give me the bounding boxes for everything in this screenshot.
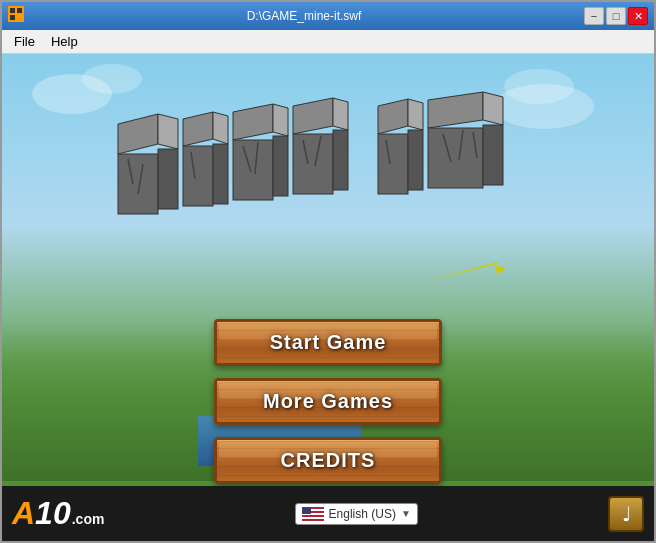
svg-rect-8 bbox=[158, 149, 178, 209]
svg-rect-24 bbox=[293, 134, 333, 194]
window-title: D:\GAME_mine-it.swf bbox=[24, 9, 584, 23]
svg-marker-34 bbox=[483, 92, 503, 125]
svg-marker-28 bbox=[378, 99, 408, 134]
close-button[interactable]: ✕ bbox=[628, 7, 648, 25]
music-button[interactable]: ♩ bbox=[608, 496, 644, 532]
help-menu[interactable]: Help bbox=[43, 32, 86, 51]
cursor-arrow bbox=[495, 263, 507, 275]
a10-logo[interactable]: A 10 .com bbox=[12, 495, 104, 532]
menu-bar: File Help bbox=[2, 30, 654, 54]
minimize-button[interactable]: − bbox=[584, 7, 604, 25]
svg-marker-29 bbox=[408, 99, 423, 130]
svg-rect-25 bbox=[333, 130, 348, 190]
maximize-button[interactable]: □ bbox=[606, 7, 626, 25]
svg-marker-22 bbox=[293, 98, 333, 134]
music-note-icon: ♩ bbox=[622, 502, 631, 526]
game-title-container bbox=[103, 84, 553, 234]
svg-rect-36 bbox=[483, 125, 503, 185]
svg-marker-33 bbox=[428, 92, 483, 128]
svg-rect-35 bbox=[428, 128, 483, 188]
credits-button[interactable]: CREDITS bbox=[214, 437, 442, 484]
dropdown-arrow-icon: ▼ bbox=[401, 508, 411, 519]
file-menu[interactable]: File bbox=[6, 32, 43, 51]
game-area: Start Game More Games CREDITS Add To You… bbox=[2, 54, 654, 541]
svg-marker-16 bbox=[233, 104, 273, 140]
svg-marker-17 bbox=[273, 104, 288, 136]
svg-rect-19 bbox=[273, 136, 288, 196]
svg-rect-14 bbox=[213, 144, 228, 204]
window-controls: − □ ✕ bbox=[584, 7, 648, 25]
flag-icon bbox=[302, 507, 324, 521]
flag-canton bbox=[302, 507, 311, 514]
start-game-button[interactable]: Start Game bbox=[214, 319, 442, 366]
svg-rect-30 bbox=[378, 134, 408, 194]
app-icon bbox=[8, 6, 24, 26]
svg-marker-5 bbox=[118, 114, 158, 154]
logo-10: 10 bbox=[35, 495, 71, 532]
svg-marker-11 bbox=[183, 112, 213, 146]
svg-marker-23 bbox=[333, 98, 348, 130]
svg-rect-7 bbox=[118, 154, 158, 214]
svg-rect-3 bbox=[10, 15, 15, 20]
title-bar-left bbox=[8, 6, 24, 26]
game-title-svg bbox=[103, 84, 553, 234]
more-games-button[interactable]: More Games bbox=[214, 378, 442, 425]
svg-rect-1 bbox=[10, 8, 15, 13]
svg-rect-18 bbox=[233, 140, 273, 200]
language-label: English (US) bbox=[329, 507, 396, 521]
logo-a: A bbox=[12, 495, 35, 532]
logo-dotcom: .com bbox=[72, 511, 105, 527]
svg-rect-4 bbox=[17, 15, 22, 20]
title-bar: D:\GAME_mine-it.swf − □ ✕ bbox=[2, 2, 654, 30]
cursor-line bbox=[420, 262, 498, 285]
language-selector[interactable]: English (US) ▼ bbox=[295, 503, 418, 525]
svg-marker-6 bbox=[158, 114, 178, 149]
svg-rect-13 bbox=[183, 146, 213, 206]
app-window: D:\GAME_mine-it.swf − □ ✕ File Help bbox=[0, 0, 656, 543]
svg-rect-31 bbox=[408, 130, 423, 190]
svg-marker-12 bbox=[213, 112, 228, 144]
svg-rect-2 bbox=[17, 8, 22, 13]
bottom-bar: A 10 .com English (US) ▼ ♩ bbox=[2, 486, 654, 541]
